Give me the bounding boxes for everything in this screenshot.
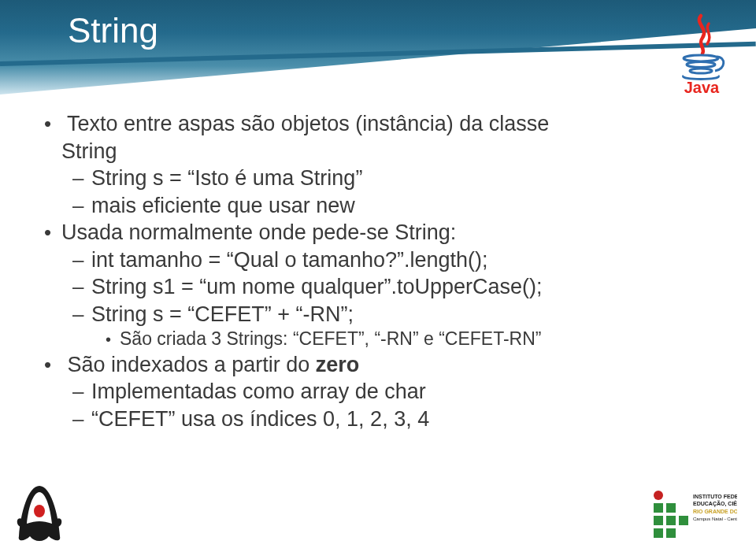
svg-rect-12 — [666, 528, 676, 538]
svg-rect-9 — [666, 516, 676, 525]
text: Texto entre aspas são objetos (instância… — [67, 112, 549, 135]
svg-rect-10 — [679, 516, 688, 525]
svg-text:RIO GRANDE DO NORTE: RIO GRANDE DO NORTE — [693, 509, 737, 514]
svg-point-4 — [34, 505, 45, 517]
svg-point-0 — [684, 55, 718, 61]
text: São indexados a partir do — [68, 353, 316, 376]
svg-text:Campus Natal - Central: Campus Natal - Central — [693, 517, 737, 521]
text-bold: zero — [316, 353, 360, 376]
bullet-level2: mais eficiente que usar new — [72, 192, 693, 220]
bullet-level1: São indexados a partir do zero — [44, 351, 693, 379]
bullet-level2: String s = “CEFET” + “-RN”; — [72, 301, 693, 328]
slide-title: String — [68, 11, 158, 50]
bullet-level2: Implementadas como array de char — [72, 378, 693, 406]
svg-text:INSTITUTO FEDERAL DE: INSTITUTO FEDERAL DE — [693, 494, 737, 499]
svg-point-2 — [690, 69, 712, 73]
slide-content: Texto entre aspas são objetos (instância… — [44, 110, 693, 432]
bullet-level2: int tamanho = “Qual o tamanho?”.length()… — [72, 246, 693, 274]
svg-rect-7 — [666, 503, 676, 513]
svg-rect-8 — [654, 516, 663, 525]
bullet-level3: São criada 3 Strings: “CEFET”, “-RN” e “… — [106, 328, 693, 350]
svg-point-5 — [654, 491, 663, 500]
bullet-continuation: String — [61, 138, 693, 165]
svg-text:Java: Java — [684, 79, 720, 96]
bullet-level2: “CEFET” usa os índices 0, 1, 2, 3, 4 — [72, 406, 693, 433]
svg-rect-6 — [654, 503, 663, 513]
bullet-level1: Texto entre aspas são objetos (instância… — [44, 110, 693, 138]
bullet-level2: String s1 = “um nome qualquer”.toUpperCa… — [72, 273, 693, 301]
svg-rect-11 — [654, 528, 663, 538]
java-logo-icon: Java — [671, 9, 732, 96]
svg-point-1 — [687, 62, 715, 68]
bullet-level1: Usada normalmente onde pede-se String: — [44, 219, 693, 246]
svg-text:EDUCAÇÃO, CIÊNCIA E TECNOLOGIA: EDUCAÇÃO, CIÊNCIA E TECNOLOGIA — [693, 500, 737, 507]
duke-mascot-icon — [14, 481, 65, 544]
institute-logo-icon: INSTITUTO FEDERAL DE EDUCAÇÃO, CIÊNCIA E… — [650, 487, 737, 543]
bullet-level2: String s = “Isto é uma String” — [72, 165, 693, 192]
